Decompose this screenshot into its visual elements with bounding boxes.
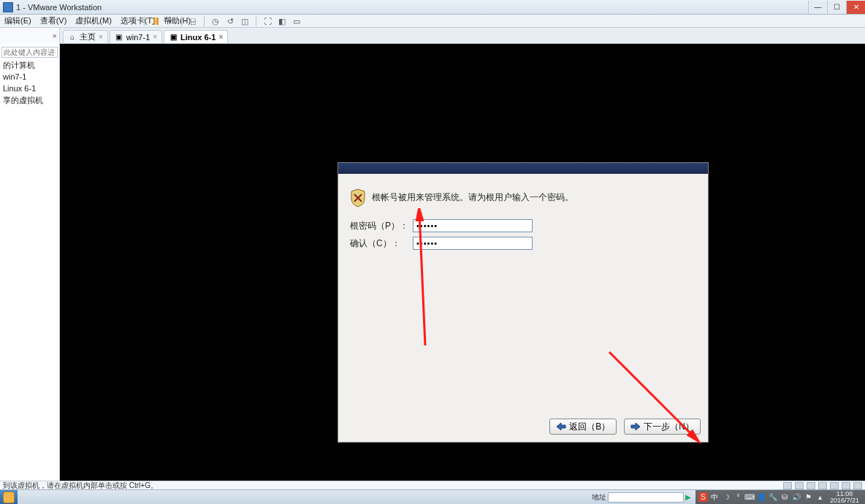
title-bar: 1 - VMware Workstation — ☐ ✕ bbox=[0, 0, 865, 15]
wrench-icon[interactable]: 🔧 bbox=[769, 492, 778, 502]
vm-display[interactable]: 根帐号被用来管理系统。请为根用户输入一个密码。 根密码（P）： 确认（C）： 返… bbox=[60, 44, 865, 481]
status-hint: 到该虚拟机，请在虚拟机内部单击或按 Ctrl+G。 bbox=[3, 481, 158, 491]
tab-close-icon[interactable]: × bbox=[99, 33, 103, 41]
installer-dialog: 根帐号被用来管理系统。请为根用户输入一个密码。 根密码（P）： 确认（C）： 返… bbox=[338, 162, 709, 443]
device-icon[interactable] bbox=[842, 482, 850, 489]
tab-home[interactable]: ⌂ 主页 × bbox=[63, 30, 108, 43]
tab-win7-label: win7-1 bbox=[126, 33, 150, 42]
address-label: 地址 bbox=[592, 492, 606, 503]
device-icon[interactable] bbox=[795, 482, 804, 489]
dropdown-icon[interactable]: ▾ bbox=[165, 16, 175, 26]
stretch-icon[interactable]: ▭ bbox=[291, 16, 302, 26]
root-password-input[interactable] bbox=[413, 219, 533, 232]
tray-icon[interactable]: ° bbox=[733, 492, 743, 502]
system-tray: S 中 ☽ ° ⌨ 👤 🔧 ⛁ 🔊 ⚑ ▴ 11:08 2016/7/21 bbox=[696, 490, 865, 504]
start-button[interactable] bbox=[0, 490, 18, 504]
snapshot-icon[interactable]: ◷ bbox=[210, 16, 221, 26]
back-button-label: 返回（B） bbox=[569, 421, 610, 433]
device-icon[interactable] bbox=[783, 482, 792, 489]
home-icon: ⌂ bbox=[68, 33, 77, 42]
sidebar-header: × bbox=[0, 28, 60, 44]
tab-linux-label: Linux 6-1 bbox=[180, 33, 216, 42]
sidebar-search-input[interactable] bbox=[1, 47, 58, 58]
arrow-right-icon bbox=[630, 422, 641, 431]
tab-linux[interactable]: ▣ Linux 6-1 × bbox=[164, 30, 228, 43]
user-icon[interactable]: 👤 bbox=[757, 492, 766, 502]
sidebar-item-win7[interactable]: win7-1 bbox=[0, 71, 59, 83]
taskbar-clock[interactable]: 11:08 2016/7/21 bbox=[827, 491, 862, 504]
sidebar-item-linux[interactable]: Linux 6-1 bbox=[0, 83, 59, 94]
clock-date: 2016/7/21 bbox=[830, 497, 859, 504]
root-password-label: 根密码（P）： bbox=[350, 220, 408, 232]
tab-close-icon[interactable]: × bbox=[153, 33, 157, 41]
device-icon[interactable] bbox=[830, 482, 839, 489]
sidebar-close-icon[interactable]: × bbox=[53, 31, 57, 40]
keyboard-icon[interactable]: ⌨ bbox=[745, 492, 755, 502]
menu-bar: 编辑(E) 查看(V) 虚拟机(M) 选项卡(T) 帮助(H) bbox=[0, 15, 865, 28]
moon-icon[interactable]: ☽ bbox=[722, 492, 731, 502]
device-icon[interactable] bbox=[818, 482, 827, 489]
manage-icon[interactable]: ◫ bbox=[240, 16, 250, 26]
sidebar-item-shared[interactable]: 享的虚拟机 bbox=[0, 94, 59, 106]
menu-vm[interactable]: 虚拟机(M) bbox=[71, 15, 116, 26]
pause-icon[interactable] bbox=[150, 16, 161, 26]
sidebar: 的计算机 win7-1 Linux 6-1 享的虚拟机 bbox=[0, 44, 60, 481]
back-button[interactable]: 返回（B） bbox=[549, 419, 617, 435]
close-button[interactable]: ✕ bbox=[846, 1, 865, 14]
confirm-password-label: 确认（C）： bbox=[350, 237, 408, 250]
tab-row: ⌂ 主页 × ▣ win7-1 × ▣ Linux 6-1 × bbox=[60, 28, 865, 44]
arrow-left-icon bbox=[556, 422, 566, 431]
next-button[interactable]: 下一步（N） bbox=[624, 419, 701, 435]
vm-icon: ▣ bbox=[115, 33, 123, 42]
vmware-status-bar: 到该虚拟机，请在虚拟机内部单击或按 Ctrl+G。 bbox=[0, 481, 865, 489]
device-icon[interactable] bbox=[853, 482, 862, 489]
unity-icon[interactable]: ◧ bbox=[277, 16, 287, 26]
minimize-button[interactable]: — bbox=[808, 1, 827, 14]
menu-view[interactable]: 查看(V) bbox=[36, 15, 72, 26]
dialog-title-bar bbox=[338, 163, 708, 174]
tab-home-label: 主页 bbox=[80, 31, 96, 42]
next-button-label: 下一步（N） bbox=[644, 421, 694, 433]
app-icon bbox=[3, 2, 13, 12]
flag-icon[interactable]: ⚑ bbox=[804, 492, 813, 502]
chevron-up-icon[interactable]: ▴ bbox=[815, 492, 825, 502]
menu-edit[interactable]: 编辑(E) bbox=[0, 15, 36, 26]
maximize-button[interactable]: ☐ bbox=[827, 1, 846, 14]
address-go-icon[interactable]: ▶ bbox=[685, 493, 691, 501]
address-input[interactable] bbox=[608, 492, 684, 503]
sound-icon[interactable]: 🔊 bbox=[792, 492, 801, 502]
confirm-password-input[interactable] bbox=[413, 237, 533, 250]
shield-icon bbox=[350, 188, 366, 207]
address-toolbar: 地址 ▶ bbox=[592, 490, 691, 504]
device-icon[interactable] bbox=[807, 482, 815, 489]
revert-icon[interactable]: ↺ bbox=[225, 16, 235, 26]
taskbar: 地址 ▶ S 中 ☽ ° ⌨ 👤 🔧 ⛁ 🔊 ⚑ ▴ 11:08 2016/7/… bbox=[0, 489, 865, 504]
tab-close-icon[interactable]: × bbox=[218, 33, 223, 41]
window-title: 1 - VMware Workstation bbox=[16, 3, 808, 12]
network-icon[interactable]: ⛁ bbox=[780, 492, 790, 502]
installer-prompt: 根帐号被用来管理系统。请为根用户输入一个密码。 bbox=[372, 188, 574, 204]
vm-icon: ▣ bbox=[169, 33, 178, 42]
ime-icon[interactable]: 中 bbox=[710, 492, 720, 502]
start-orb-icon bbox=[3, 492, 15, 503]
fullscreen-icon[interactable]: ⛶ bbox=[262, 16, 273, 26]
tab-win7[interactable]: ▣ win7-1 × bbox=[110, 30, 162, 43]
send-icon[interactable]: ⍈ bbox=[188, 16, 198, 26]
tray-icon[interactable]: S bbox=[698, 492, 708, 502]
toolbar: ▾ ⍈ ◷ ↺ ◫ ⛶ ◧ ▭ bbox=[142, 15, 302, 28]
sidebar-item-mypc[interactable]: 的计算机 bbox=[0, 59, 59, 71]
